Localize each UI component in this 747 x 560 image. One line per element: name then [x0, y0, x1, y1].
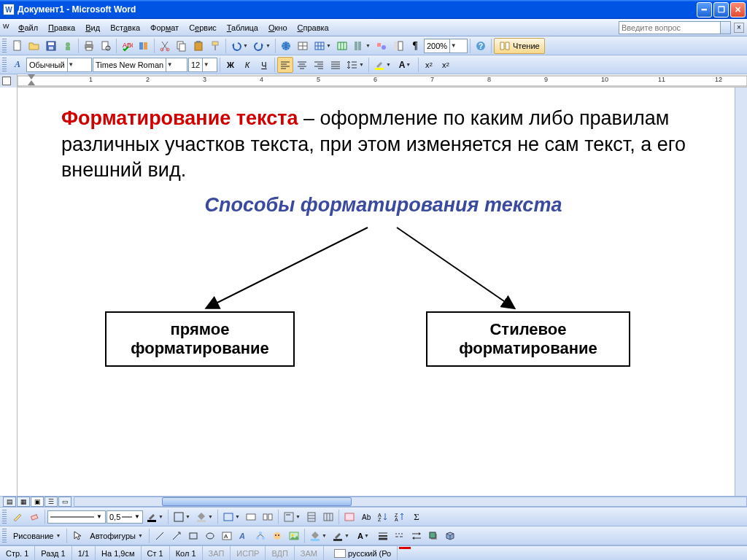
3d-button[interactable] [442, 528, 458, 544]
zoom-select[interactable]: 200%▼ [424, 39, 468, 53]
view-normal-button[interactable]: ▤ [3, 497, 16, 507]
line-color-button[interactable]: ▼ [330, 528, 352, 544]
menu-format[interactable]: Формат [145, 21, 184, 34]
columns-button[interactable]: ▼ [351, 38, 373, 54]
help-button[interactable]: ? [473, 38, 489, 54]
copy-button[interactable] [174, 38, 190, 54]
close-button[interactable]: ✕ [730, 2, 746, 18]
dash-style-button[interactable] [392, 528, 408, 544]
spellcheck-button[interactable]: ABC [119, 38, 135, 54]
sort-asc-button[interactable]: AZ [375, 509, 391, 525]
bold-button[interactable]: Ж [222, 57, 239, 73]
highlight-button[interactable]: ▼ [371, 57, 393, 73]
save-button[interactable] [43, 38, 59, 54]
help-ask-dropdown[interactable] [721, 21, 731, 34]
paste-button[interactable] [190, 38, 206, 54]
distribute-rows-button[interactable] [303, 509, 320, 525]
align-justify-button[interactable] [328, 57, 344, 73]
menu-help[interactable]: Справка [293, 21, 334, 34]
distribute-cols-button[interactable] [320, 509, 336, 525]
diagram-button[interactable] [252, 528, 268, 544]
insert-excel-button[interactable] [334, 38, 350, 54]
minimize-button[interactable]: ━ [697, 2, 712, 18]
line-style-button[interactable] [375, 528, 391, 544]
menu-insert[interactable]: Вставка [105, 21, 145, 34]
status-ovr[interactable]: ЗАМ [295, 546, 324, 560]
maximize-button[interactable]: ❐ [713, 2, 729, 18]
select-objects-button[interactable] [69, 528, 85, 544]
menu-table[interactable]: Таблица [222, 21, 263, 34]
toolbar-grip[interactable] [2, 58, 7, 72]
wordart-button[interactable]: A [236, 528, 252, 544]
font-select[interactable]: Times New Roman▼ [93, 58, 187, 72]
cut-button[interactable] [157, 38, 173, 54]
toolbar-grip[interactable] [2, 510, 7, 524]
hyperlink-button[interactable] [278, 38, 294, 54]
menu-view[interactable]: Вид [80, 21, 105, 34]
read-mode-button[interactable]: Чтение [494, 38, 545, 54]
menubar-close-icon[interactable]: × [734, 23, 744, 33]
horizontal-ruler[interactable]: /* ticks drawn below via JS-less static … [18, 74, 747, 87]
font-color-button2[interactable]: A▼ [352, 528, 374, 544]
menu-edit[interactable]: Правка [43, 21, 80, 34]
tables-borders-button[interactable] [295, 38, 311, 54]
toolbar-grip[interactable] [2, 529, 7, 543]
show-marks-button[interactable]: ¶ [407, 38, 423, 54]
subscript-button[interactable]: x2 [438, 57, 454, 73]
drawing-menu-button[interactable]: Рисование▼ [9, 528, 64, 544]
view-web-button[interactable]: ▦ [17, 497, 30, 507]
superscript-button[interactable]: x2 [421, 57, 437, 73]
cell-align-button[interactable]: ▼ [281, 509, 303, 525]
arrow-style-button[interactable] [409, 528, 425, 544]
sort-desc-button[interactable]: ZA [392, 509, 408, 525]
menu-service[interactable]: Сервис [184, 21, 222, 34]
status-lang[interactable]: русский (Ро [324, 546, 398, 560]
view-outline-button[interactable]: ☰ [44, 497, 58, 507]
merge-cells-button[interactable] [243, 509, 259, 525]
undo-button[interactable]: ▼ [228, 38, 250, 54]
autoformat-button[interactable] [341, 509, 357, 525]
text-direction-button[interactable]: Ab [358, 509, 374, 525]
align-right-button[interactable] [311, 57, 327, 73]
shadow-button[interactable] [425, 528, 441, 544]
print-button[interactable] [81, 38, 97, 54]
border-color-button[interactable]: ▼ [144, 509, 166, 525]
line-tool-button[interactable] [152, 528, 168, 544]
clipart-button[interactable] [269, 528, 285, 544]
italic-button[interactable]: К [239, 57, 255, 73]
help-ask-input[interactable] [619, 21, 721, 34]
menu-window[interactable]: Окно [263, 21, 293, 34]
status-ext[interactable]: ВДП [266, 546, 294, 560]
horizontal-scrollbar[interactable] [74, 497, 747, 507]
redo-button[interactable]: ▼ [251, 38, 273, 54]
insert-table-button2[interactable]: ▼ [220, 509, 242, 525]
line-spacing-button[interactable]: ▼ [344, 57, 366, 73]
vertical-ruler[interactable] [0, 88, 18, 496]
menu-file[interactable]: Файл [13, 21, 43, 34]
style-select[interactable]: Обычный▼ [26, 58, 92, 72]
font-color-button[interactable]: A▼ [394, 57, 416, 73]
draw-table-button[interactable] [9, 509, 26, 525]
status-trk[interactable]: ИСПР [231, 546, 266, 560]
permission-button[interactable] [60, 38, 76, 54]
styles-pane-button[interactable]: A [9, 57, 26, 73]
textbox-button[interactable]: A [219, 528, 235, 544]
open-button[interactable] [26, 38, 42, 54]
fill-color-button[interactable]: ▼ [307, 528, 329, 544]
eraser-button[interactable] [26, 509, 42, 525]
borders-button[interactable]: ▼ [171, 509, 193, 525]
status-rec[interactable]: ЗАП [203, 546, 231, 560]
toolbar-grip[interactable] [2, 39, 7, 53]
underline-button[interactable]: Ч [256, 57, 272, 73]
research-button[interactable] [136, 38, 152, 54]
format-painter-button[interactable] [207, 38, 223, 54]
insert-picture-button[interactable] [286, 528, 302, 544]
view-reading-button[interactable]: ▭ [58, 497, 71, 507]
fontsize-select[interactable]: 12▼ [188, 58, 217, 72]
print-preview-button[interactable] [98, 38, 114, 54]
oval-tool-button[interactable] [202, 528, 218, 544]
autosum-button[interactable]: Σ [409, 509, 425, 525]
drawing-toolbar-button[interactable] [374, 38, 390, 54]
insert-table-button[interactable]: ▼ [311, 38, 333, 54]
vertical-scrollbar[interactable] [735, 88, 747, 496]
